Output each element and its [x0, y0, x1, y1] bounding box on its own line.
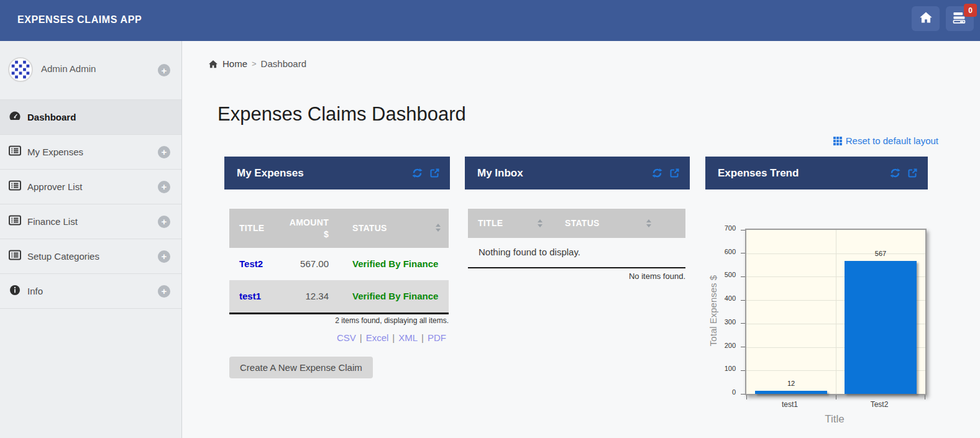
x-tick-mark: [836, 395, 836, 399]
y-tick-label: 500: [725, 271, 736, 278]
grid-icon: [833, 137, 842, 145]
link-separator: |: [421, 332, 424, 343]
expand-user-icon[interactable]: +: [158, 64, 170, 76]
avatar: [8, 57, 33, 82]
x-tick-label: test1: [745, 400, 835, 409]
external-link-icon[interactable]: [907, 168, 918, 181]
sidebar-item-label: My Expenses: [27, 147, 83, 157]
breadcrumb-current: Dashboard: [261, 58, 306, 69]
y-tick-mark: [741, 394, 745, 395]
expense-amount: 12.34: [285, 291, 329, 301]
column-header-title[interactable]: TITLE: [239, 223, 264, 233]
my-expenses-table: TITLE AMOUNT $ STATUS Test2 567.00 Verif…: [229, 209, 449, 314]
reset-layout-link[interactable]: Reset to default layout: [833, 135, 938, 146]
export-pdf-link[interactable]: PDF: [428, 332, 446, 343]
table-bottom-border: [468, 267, 685, 268]
list-alt-icon: [7, 215, 22, 228]
y-tick-label: 0: [732, 388, 736, 396]
bar-test1: [755, 391, 827, 394]
refresh-icon[interactable]: [890, 168, 900, 181]
panel-title: My Expenses: [237, 167, 304, 180]
breadcrumb: Home > Dashboard: [208, 58, 306, 69]
refresh-icon[interactable]: [412, 168, 423, 181]
chart-y-axis-ticks: 0100200300400500600700: [716, 229, 741, 393]
breadcrumb-home-icon: [208, 60, 218, 68]
y-tick-mark: [741, 253, 745, 253]
home-icon: [919, 11, 933, 26]
y-tick-mark: [741, 370, 745, 371]
expand-icon[interactable]: +: [158, 181, 170, 193]
table-header-row: TITLE AMOUNT $ STATUS: [229, 209, 449, 248]
chart-x-axis-title: Title: [745, 413, 924, 426]
export-xml-link[interactable]: XML: [398, 332, 418, 343]
sidebar-item-setup-categories[interactable]: Setup Categories +: [0, 239, 181, 274]
bar-Test2: [845, 261, 916, 394]
chart-x-axis-labels: test1Test2: [745, 400, 924, 409]
expenses-trend-chart: 12567: [745, 229, 927, 395]
x-tick-mark: [925, 395, 925, 399]
export-excel-link[interactable]: Excel: [366, 332, 389, 343]
sidebar-item-label: Info: [27, 286, 43, 296]
y-tick-mark: [741, 276, 745, 277]
list-alt-icon: [7, 180, 22, 193]
x-tick-label: Test2: [835, 400, 924, 409]
column-header-status[interactable]: STATUS: [352, 223, 387, 233]
bar-value-label: 12: [746, 380, 836, 387]
sidebar-item-my-expenses[interactable]: My Expenses +: [0, 135, 181, 170]
expense-status: Verified By Finance: [352, 258, 438, 269]
sort-caret-icon[interactable]: [436, 224, 441, 232]
user-name: Admin Admin: [41, 63, 96, 74]
expense-title-link[interactable]: Test2: [239, 258, 263, 269]
page-title: Expenses Claims Dashboard: [218, 103, 466, 125]
inbox-empty-message: Nothing found to display.: [479, 247, 580, 257]
panel-title: My Inbox: [477, 167, 523, 180]
export-csv-link[interactable]: CSV: [337, 332, 356, 343]
column-header-amount[interactable]: AMOUNT $: [285, 217, 329, 240]
create-expense-claim-button[interactable]: Create A New Expense Claim: [229, 357, 373, 378]
expand-icon[interactable]: +: [158, 146, 170, 158]
app-title: EXPENSES CLAIMS APP: [17, 14, 142, 25]
sidebar-item-approver-list[interactable]: Approver List +: [0, 170, 181, 204]
y-tick-label: 600: [725, 248, 736, 255]
external-link-icon[interactable]: [669, 168, 680, 181]
expand-icon[interactable]: +: [158, 285, 170, 298]
dashboard-icon: [7, 111, 22, 124]
sidebar-item-label: Setup Categories: [27, 251, 99, 262]
sidebar-item-finance-list[interactable]: Finance List +: [0, 204, 181, 239]
expense-amount: 567.00: [285, 258, 329, 269]
panel-title: Expenses Trend: [718, 167, 799, 180]
column-header-status[interactable]: STATUS: [565, 218, 600, 228]
list-alt-icon: [7, 145, 22, 158]
column-header-title[interactable]: TITLE: [478, 218, 503, 228]
external-link-icon[interactable]: [429, 168, 440, 181]
notification-badge: 0: [964, 4, 977, 17]
sidebar-item-dashboard[interactable]: Dashboard: [0, 100, 181, 135]
y-tick-label: 300: [725, 318, 736, 326]
info-icon: [7, 285, 22, 298]
inbox-footer-text: No items found.: [468, 271, 685, 281]
expand-icon[interactable]: +: [158, 250, 170, 263]
sort-caret-icon[interactable]: [646, 219, 652, 227]
link-separator: |: [360, 332, 362, 343]
refresh-icon[interactable]: [652, 168, 662, 181]
sort-caret-icon[interactable]: [538, 219, 543, 227]
sidebar: Admin Admin + Dashboard My Expenses +: [0, 41, 182, 438]
top-navbar: EXPENSES CLAIMS APP 0: [0, 0, 980, 41]
breadcrumb-home-link[interactable]: Home: [222, 58, 247, 69]
expenses-trend-panel-header: Expenses Trend: [705, 157, 928, 189]
items-found-summary: 2 items found, displaying all items.: [229, 316, 449, 325]
task-queue-button[interactable]: 0: [946, 6, 974, 31]
x-tick-mark: [746, 395, 747, 399]
sidebar-user-row[interactable]: Admin Admin +: [0, 41, 181, 100]
y-tick-mark: [741, 347, 745, 347]
sidebar-item-label: Finance List: [27, 216, 78, 227]
y-tick-label: 700: [725, 224, 736, 232]
y-tick-mark: [741, 323, 745, 324]
link-separator: |: [392, 332, 395, 343]
expand-icon[interactable]: +: [158, 216, 170, 228]
sidebar-item-info[interactable]: Info +: [0, 274, 181, 309]
home-nav-button[interactable]: [912, 6, 940, 31]
sidebar-item-label: Approver List: [27, 181, 82, 192]
expense-title-link[interactable]: test1: [239, 291, 261, 301]
breadcrumb-separator: >: [252, 59, 257, 68]
